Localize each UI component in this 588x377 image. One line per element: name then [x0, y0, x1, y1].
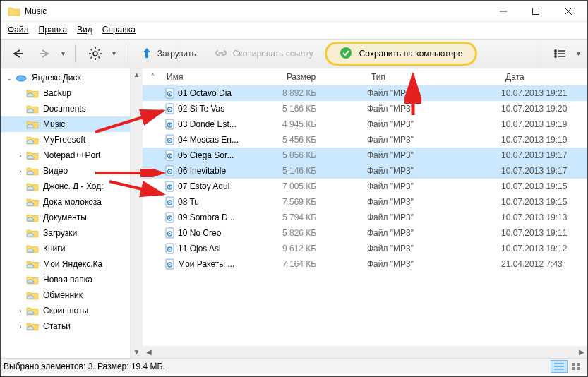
save-to-computer-button[interactable]: Сохранить на компьютере — [325, 42, 478, 66]
history-dropdown-icon[interactable]: ▼ — [60, 50, 66, 57]
file-row[interactable]: 08 Tu 7 569 КБ Файл "MP3" 10.07.2013 19:… — [143, 194, 587, 210]
file-date: 10.07.2013 19:21 — [501, 88, 587, 98]
file-row[interactable]: 07 Estoy Aqui 7 005 КБ Файл "MP3" 10.07.… — [143, 179, 587, 194]
file-icon — [162, 150, 178, 161]
copylink-button[interactable]: Скопировать ссылку — [208, 45, 320, 63]
sidebar-item-label: Новая папка — [43, 275, 92, 285]
file-row[interactable]: 01 Octavo Dia 8 892 КБ Файл "MP3" 10.07.… — [143, 85, 587, 101]
svg-point-45 — [169, 186, 171, 188]
file-type: Файл "MP3" — [367, 244, 501, 253]
file-row[interactable]: 05 Ciega Sor... 5 856 КБ Файл "MP3" 10.0… — [143, 148, 587, 163]
sidebar-item[interactable]: › Скриншоты — [1, 303, 130, 318]
sidebar-item-label: Обменник — [43, 290, 83, 300]
file-size: 7 569 КБ — [282, 197, 367, 207]
file-row[interactable]: 06 Inevitable 5 146 КБ Файл "MP3" 10.07.… — [143, 163, 587, 179]
file-row[interactable]: 04 Moscas En... 5 456 КБ Файл "MP3" 10.0… — [143, 132, 587, 148]
sidebar-scrollbar[interactable]: ▲ ▼ — [131, 68, 143, 358]
expand-icon[interactable]: › — [16, 167, 25, 175]
sidebar-item[interactable]: Дока молокоза — [1, 194, 130, 210]
file-date: 10.07.2013 19:20 — [501, 104, 587, 114]
file-name: 07 Estoy Aqui — [178, 181, 282, 191]
column-date[interactable]: Дата — [501, 72, 587, 82]
sidebar-item[interactable]: › Notepad++Port — [1, 148, 130, 163]
menubar: Файл Правка Вид Справка — [1, 22, 587, 39]
file-row[interactable]: 11 Ojos Asi 9 612 КБ Файл "MP3" 10.07.20… — [143, 241, 587, 256]
scroll-right-icon[interactable]: ▶ — [575, 346, 587, 358]
file-list: ˄ Имя Размер Тип Дата 01 Octavo Dia 8 89… — [143, 68, 587, 358]
folder-icon — [26, 274, 39, 285]
back-button[interactable] — [6, 44, 29, 64]
sidebar-item[interactable]: Music — [1, 116, 130, 132]
sidebar-item[interactable]: Книги — [1, 241, 130, 256]
file-size: 5 856 КБ — [282, 150, 367, 160]
menu-help[interactable]: Справка — [102, 25, 136, 35]
window-title: Music — [25, 6, 47, 16]
folder-icon — [26, 88, 39, 99]
maximize-button[interactable] — [520, 1, 552, 22]
minimize-button[interactable] — [487, 1, 520, 22]
file-icon — [162, 88, 178, 99]
menu-edit[interactable]: Правка — [39, 25, 68, 35]
sort-indicator-icon[interactable]: ˄ — [143, 73, 162, 80]
scroll-down-icon[interactable]: ▼ — [131, 346, 143, 358]
svg-point-19 — [555, 53, 556, 54]
details-view-button[interactable] — [551, 360, 568, 373]
content-h-scrollbar[interactable]: ◀ ▶ — [143, 346, 587, 358]
file-name: 01 Octavo Dia — [178, 88, 282, 98]
scroll-left-icon[interactable]: ◀ — [143, 346, 155, 358]
folder-icon — [26, 258, 39, 270]
svg-rect-65 — [577, 363, 580, 366]
sidebar-item[interactable]: Backup — [1, 85, 130, 101]
toolbar: ▼ ▼ Загрузить Скопировать ссылку Сохрани… — [1, 39, 587, 68]
file-name: 06 Inevitable — [178, 166, 282, 176]
file-row[interactable]: 03 Donde Est... 4 945 КБ Файл "MP3" 10.0… — [143, 116, 587, 132]
expand-icon[interactable]: › — [16, 152, 25, 160]
close-button[interactable] — [552, 1, 584, 22]
file-row[interactable]: 09 Sombra D... 5 794 КБ Файл "MP3" 10.07… — [143, 210, 587, 225]
sidebar-item[interactable]: Новая папка — [1, 272, 130, 287]
settings-button[interactable] — [84, 44, 107, 64]
status-text: Выбрано элементов: 3. Размер: 19.4 МБ. — [4, 361, 551, 371]
file-date: 21.04.2012 7:43 — [501, 259, 587, 269]
file-size: 7 005 КБ — [282, 181, 367, 191]
file-type: Файл "MP3" — [367, 166, 501, 176]
folder-icon — [26, 227, 39, 239]
sidebar-item[interactable]: MyFreesoft — [1, 132, 130, 148]
sidebar-item-label: Видео — [43, 166, 68, 176]
sidebar-item[interactable]: Мои Яндекс.Ка — [1, 256, 130, 272]
scroll-up-icon[interactable]: ▲ — [131, 68, 143, 80]
file-name: 11 Ojos Asi — [178, 244, 282, 253]
file-date: 10.07.2013 19:17 — [501, 166, 587, 176]
upload-button[interactable]: Загрузить — [135, 44, 203, 64]
sidebar-item-label: Загрузки — [43, 228, 77, 238]
view-mode-dropdown-icon[interactable]: ▼ — [575, 50, 582, 57]
file-row[interactable]: 10 No Creo 5 826 КБ Файл "MP3" 10.07.201… — [143, 225, 587, 241]
sidebar: ⌄ Яндекс.Диск Backup Documents Music MyF… — [1, 68, 131, 358]
file-icon — [162, 227, 178, 239]
sidebar-item[interactable]: › Статьи — [1, 318, 130, 334]
sidebar-item-label: Music — [43, 119, 65, 129]
sidebar-item[interactable]: › Видео — [1, 163, 130, 179]
forward-button[interactable] — [33, 44, 56, 64]
file-row[interactable]: 02 Si Te Vas 5 166 КБ Файл "MP3" 10.07.2… — [143, 101, 587, 116]
expand-icon[interactable]: › — [16, 323, 25, 330]
menu-file[interactable]: Файл — [8, 25, 29, 35]
file-row[interactable]: Мои Ракеты ... 7 164 КБ Файл "MP3" 21.04… — [143, 256, 587, 272]
tree-root[interactable]: ⌄ Яндекс.Диск — [1, 70, 130, 85]
view-mode-button[interactable] — [548, 44, 571, 64]
sidebar-item[interactable]: Документы — [1, 210, 130, 225]
settings-dropdown-icon[interactable]: ▼ — [111, 50, 117, 57]
sidebar-item[interactable]: Documents — [1, 101, 130, 116]
expand-icon[interactable]: › — [16, 307, 25, 315]
sidebar-item[interactable]: Обменник — [1, 287, 130, 303]
folder-icon — [26, 196, 39, 208]
file-date: 10.07.2013 19:11 — [501, 228, 587, 238]
sidebar-item[interactable]: Загрузки — [1, 225, 130, 241]
column-type[interactable]: Тип — [367, 72, 501, 82]
menu-view[interactable]: Вид — [77, 25, 92, 35]
icons-view-button[interactable] — [568, 360, 584, 373]
sidebar-item[interactable]: Джонс. Д - Ход: — [1, 179, 130, 194]
column-size[interactable]: Размер — [282, 72, 367, 82]
collapse-icon[interactable]: ⌄ — [5, 74, 13, 82]
column-name[interactable]: Имя — [162, 72, 282, 82]
